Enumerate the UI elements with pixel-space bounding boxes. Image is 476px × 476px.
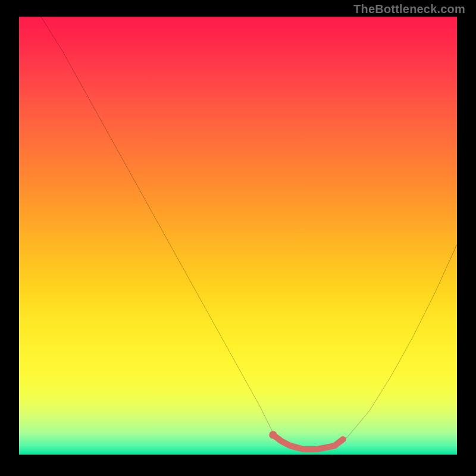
- optimal-range-highlight: [19, 17, 457, 455]
- chart-plot-area: [19, 17, 457, 455]
- watermark-text: TheBottleneck.com: [353, 2, 465, 16]
- highlight-path: [273, 435, 343, 449]
- highlight-dot: [269, 431, 277, 439]
